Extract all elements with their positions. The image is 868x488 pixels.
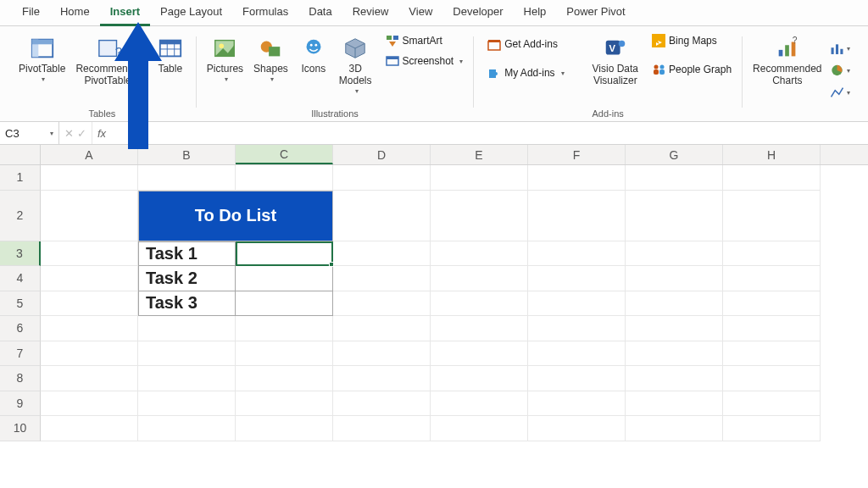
btn-people-graph[interactable]: People Graph (647, 60, 737, 79)
btn-smartart[interactable]: SmartArt (381, 31, 469, 50)
cell-D8[interactable] (333, 366, 431, 391)
cell-E10[interactable] (431, 416, 528, 441)
cell-E7[interactable] (431, 341, 528, 367)
cell-G8[interactable] (626, 366, 723, 391)
cell-C8[interactable] (236, 366, 333, 391)
col-header-F[interactable]: F (528, 145, 626, 164)
cell-H8[interactable] (723, 366, 821, 391)
col-header-H[interactable]: H (723, 145, 821, 164)
cell-G6[interactable] (626, 316, 723, 341)
cell-E4[interactable] (431, 266, 528, 291)
btn-pictures[interactable]: Pictures ▾ (202, 31, 248, 85)
row-header-7[interactable]: 7 (0, 341, 41, 367)
cell-F10[interactable] (528, 416, 626, 441)
row-header-4[interactable]: 4 (0, 266, 41, 291)
col-header-G[interactable]: G (626, 145, 723, 164)
btn-icons[interactable]: Icons (293, 31, 334, 77)
cell-G9[interactable] (626, 391, 723, 417)
cell-D2[interactable] (333, 191, 431, 241)
formula-input[interactable] (111, 122, 868, 144)
tab-insert[interactable]: Insert (100, 0, 150, 26)
tab-home[interactable]: Home (50, 0, 100, 26)
cell-A9[interactable] (41, 391, 138, 417)
row-header-8[interactable]: 8 (0, 366, 41, 391)
btn-visio-data-visualizer[interactable]: V Visio Data Visualizer (587, 31, 643, 89)
cell-C10[interactable] (236, 416, 333, 441)
cell-B6[interactable] (138, 316, 236, 341)
cell-B9[interactable] (138, 391, 236, 417)
cell-F1[interactable] (528, 165, 626, 191)
chart-line-icon[interactable]: ▾ (830, 82, 850, 103)
cell-H1[interactable] (723, 165, 821, 191)
cell-E9[interactable] (431, 391, 528, 417)
task-cell-3[interactable]: Task 3 (138, 291, 236, 317)
cell-G10[interactable] (626, 416, 723, 441)
tab-page-layout[interactable]: Page Layout (150, 0, 232, 26)
row-header-10[interactable]: 10 (0, 416, 41, 441)
cell-A1[interactable] (41, 165, 138, 191)
cell-D7[interactable] (333, 341, 431, 367)
cancel-icon[interactable]: ✕ (64, 127, 74, 140)
cell-A5[interactable] (41, 291, 138, 317)
cell-E8[interactable] (431, 366, 528, 391)
task-done-3[interactable] (236, 291, 333, 317)
cell-E1[interactable] (431, 165, 528, 191)
cell-F9[interactable] (528, 391, 626, 417)
fx-icon[interactable]: fx (92, 127, 111, 140)
enter-icon[interactable]: ✓ (77, 127, 86, 140)
col-header-E[interactable]: E (431, 145, 528, 164)
cell-A7[interactable] (41, 341, 138, 367)
btn-pivottable[interactable]: PivotTable ▾ (14, 31, 70, 85)
cell-G2[interactable] (626, 191, 723, 241)
col-header-D[interactable]: D (333, 145, 431, 164)
cell-D10[interactable] (333, 416, 431, 441)
cell-A4[interactable] (41, 266, 138, 291)
cell-A2[interactable] (41, 191, 138, 241)
cell-A6[interactable] (41, 316, 138, 341)
btn-recommended-pivottables[interactable]: ? Recommended PivotTables (70, 31, 149, 89)
task-done-2[interactable] (236, 266, 333, 291)
cell-F8[interactable] (528, 366, 626, 391)
cell-H3[interactable] (723, 241, 821, 267)
cell-F6[interactable] (528, 316, 626, 341)
btn-recommended-charts[interactable]: ? Recommended Charts (748, 31, 826, 89)
tab-help[interactable]: Help (514, 0, 557, 26)
cell-B1[interactable] (138, 165, 236, 191)
cell-F5[interactable] (528, 291, 626, 317)
spreadsheet-grid[interactable]: A B C D E F G H 12345678910 To Do List T… (0, 145, 868, 441)
cell-D1[interactable] (333, 165, 431, 191)
btn-bing-maps[interactable]: Bing Maps (647, 31, 737, 50)
cell-G4[interactable] (626, 266, 723, 291)
cell-F2[interactable] (528, 191, 626, 241)
select-all-corner[interactable] (0, 145, 41, 164)
cell-C6[interactable] (236, 316, 333, 341)
col-header-B[interactable]: B (138, 145, 236, 164)
col-header-A[interactable]: A (41, 145, 138, 164)
tab-developer[interactable]: Developer (442, 0, 513, 26)
cell-D5[interactable] (333, 291, 431, 317)
tab-view[interactable]: View (398, 0, 442, 26)
btn-get-addins[interactable]: Get Add-ins (482, 35, 569, 53)
row-header-6[interactable]: 6 (0, 316, 41, 341)
cell-A8[interactable] (41, 366, 138, 391)
btn-shapes[interactable]: Shapes ▾ (248, 31, 293, 85)
cell-B7[interactable] (138, 341, 236, 367)
cell-H6[interactable] (723, 316, 821, 341)
tab-review[interactable]: Review (342, 0, 399, 26)
chart-hierarchy-icon[interactable]: ▾ (830, 60, 850, 80)
cell-F3[interactable] (528, 241, 626, 267)
row-header-9[interactable]: 9 (0, 391, 41, 417)
tab-file[interactable]: File (12, 0, 50, 26)
btn-3d-models[interactable]: 3D Models ▾ (334, 31, 377, 97)
cell-H10[interactable] (723, 416, 821, 441)
cell-H4[interactable] (723, 266, 821, 291)
cell-H9[interactable] (723, 391, 821, 417)
cell-B10[interactable] (138, 416, 236, 441)
tab-power-pivot[interactable]: Power Pivot (556, 0, 635, 26)
cell-E6[interactable] (431, 316, 528, 341)
btn-my-addins[interactable]: My Add-ins ▾ (482, 64, 569, 82)
btn-table[interactable]: Table (150, 31, 191, 77)
chart-column-icon[interactable]: ▾ (830, 38, 850, 58)
btn-screenshot[interactable]: Screenshot ▾ (381, 52, 469, 70)
row-header-3[interactable]: 3 (0, 241, 41, 267)
